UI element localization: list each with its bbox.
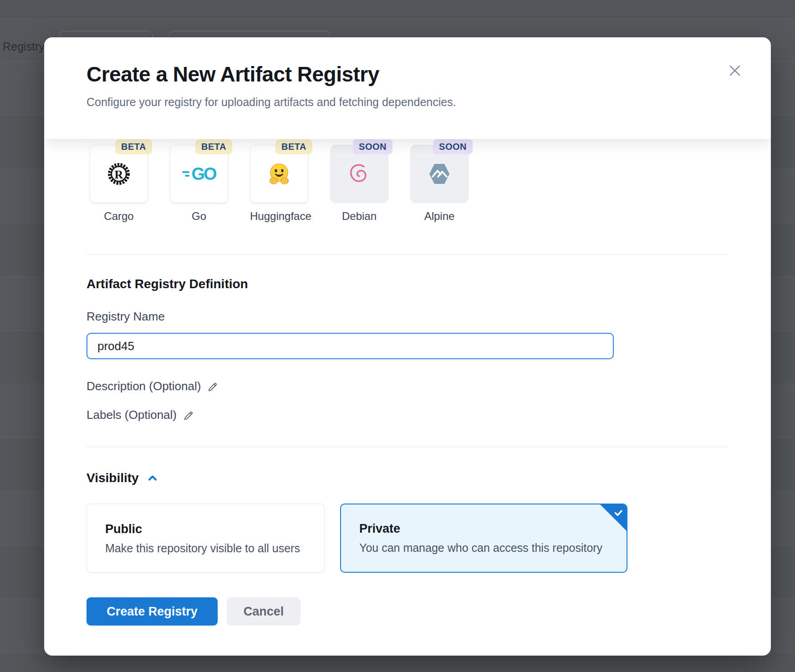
registry-type-row: BETA R Cargo BETA GO Go [44, 139, 771, 223]
registry-type-card-alpine: SOON [410, 145, 469, 203]
registry-type-debian: SOON Debian [330, 145, 388, 223]
background-page-title: Registry [3, 40, 45, 53]
pencil-icon [207, 381, 219, 392]
definition-section: Artifact Registry Definition Registry Na… [44, 277, 771, 422]
beta-badge: BETA [195, 139, 232, 154]
modal-actions: Create Registry Cancel [44, 597, 771, 626]
registry-type-label: Cargo [90, 210, 148, 223]
close-icon [728, 64, 742, 77]
alpine-mountain-icon [427, 161, 452, 187]
registry-name-label: Registry Name [87, 310, 729, 324]
create-registry-modal: Create a New Artifact Registry Configure… [44, 37, 771, 656]
registry-type-cargo: BETA R Cargo [90, 145, 148, 223]
labels-label: Labels (Optional) [87, 408, 177, 422]
modal-subtitle: Configure your registry for uploading ar… [87, 96, 730, 109]
definition-section-title: Artifact Registry Definition [87, 277, 729, 291]
registry-type-label: Huggingface [250, 210, 308, 223]
edit-labels-button[interactable] [183, 409, 195, 421]
registry-type-card-huggingface[interactable]: BETA [250, 145, 308, 203]
cargo-gear-icon: R [106, 161, 132, 187]
debian-swirl-icon [347, 161, 372, 187]
pencil-icon [183, 409, 195, 421]
edit-description-button[interactable] [207, 381, 219, 392]
modal-title: Create a New Artifact Registry [87, 62, 730, 87]
beta-badge: BETA [115, 139, 152, 154]
visibility-section: Visibility Public Make this repository v… [44, 471, 771, 573]
create-registry-button[interactable]: Create Registry [87, 597, 218, 626]
soon-badge: SOON [353, 139, 392, 154]
beta-badge: BETA [275, 139, 312, 154]
registry-type-label: Go [170, 210, 228, 223]
soon-badge: SOON [433, 139, 473, 154]
chevron-up-icon [146, 472, 159, 484]
registry-type-label: Debian [330, 210, 388, 223]
modal-header: Create a New Artifact Registry Configure… [44, 37, 771, 139]
check-icon [613, 508, 623, 518]
svg-text:R: R [115, 168, 123, 181]
description-row: Description (Optional) [87, 379, 729, 393]
close-button[interactable] [727, 63, 743, 78]
registry-type-card-cargo[interactable]: BETA R [90, 145, 148, 203]
go-logo-icon: GO [182, 164, 215, 184]
visibility-option-title: Public [105, 522, 324, 536]
visibility-section-title: Visibility [87, 471, 729, 485]
registry-name-input[interactable] [87, 333, 614, 359]
section-divider [87, 447, 729, 447]
collapse-visibility-button[interactable] [146, 472, 159, 484]
description-label: Description (Optional) [87, 379, 201, 393]
visibility-option-title: Private [359, 522, 627, 536]
visibility-option-private[interactable]: Private You can manage who can access th… [340, 504, 627, 573]
cancel-button[interactable]: Cancel [227, 597, 301, 626]
registry-type-label: Alpine [410, 210, 469, 223]
section-divider [87, 255, 729, 255]
labels-row: Labels (Optional) [87, 408, 729, 422]
registry-type-alpine: SOON Alpine [410, 145, 469, 223]
visibility-option-description: Make this repository visible to all user… [105, 542, 324, 555]
registry-type-huggingface: BETA Huggingface [250, 145, 308, 223]
visibility-options: Public Make this repository visible to a… [87, 504, 729, 573]
background-topbar [0, 0, 795, 17]
visibility-title-text: Visibility [87, 471, 139, 485]
visibility-option-public[interactable]: Public Make this repository visible to a… [87, 504, 325, 573]
modal-body: BETA R Cargo BETA GO Go [44, 139, 771, 626]
registry-type-go: BETA GO Go [170, 145, 228, 223]
registry-type-card-go[interactable]: BETA GO [170, 145, 228, 203]
visibility-option-description: You can manage who can access this repos… [359, 541, 627, 555]
registry-type-card-debian: SOON [330, 145, 388, 203]
huggingface-emoji-icon [266, 161, 292, 187]
